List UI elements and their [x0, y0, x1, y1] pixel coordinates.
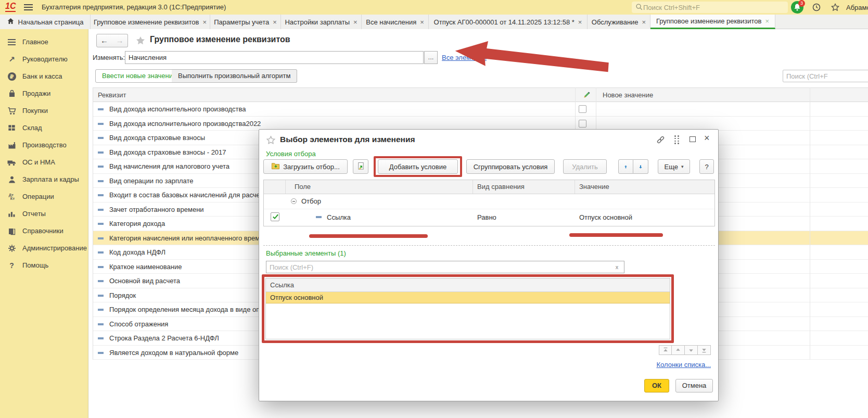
selected-elements-list: Ссылка Отпуск основной — [265, 278, 670, 339]
chevron-down-icon: ▾ — [681, 164, 684, 169]
dialog-favorite-star-icon[interactable] — [266, 135, 276, 145]
conditions-table: Поле Вид сравнения Значение Отбор Ссылка… — [263, 180, 715, 226]
help-button[interactable]: ? — [699, 159, 714, 174]
attribute-icon — [98, 237, 104, 239]
tab-close-icon[interactable]: × — [642, 18, 646, 26]
tab-label: Групповое изменение реквизитов — [656, 17, 762, 25]
main-menu-icon[interactable] — [24, 4, 33, 10]
sidebar-item-production[interactable]: Производство — [0, 136, 88, 154]
sidebar-item-administration[interactable]: Администрирование — [0, 239, 88, 257]
sidebar-item-manager[interactable]: Руководителю — [0, 50, 88, 68]
move-up-item-button[interactable] — [672, 345, 685, 355]
run-algorithm-button[interactable]: Выполнить произвольный алгоритм — [172, 69, 297, 83]
move-top-button[interactable] — [659, 345, 672, 355]
attribute-icon — [98, 108, 104, 110]
column-field[interactable]: Поле — [286, 180, 473, 194]
tab-close-icon[interactable]: × — [420, 18, 424, 26]
tab-vacation-doc[interactable]: Отпуск АГ00-000001 от 14.11.2025 13:12:5… — [429, 15, 588, 29]
tab-label: Групповое изменение реквизитов — [94, 18, 199, 26]
sidebar-item-operations[interactable]: Операции — [0, 188, 88, 205]
forward-button[interactable]: → — [112, 34, 128, 47]
cancel-button[interactable]: Отмена — [675, 379, 713, 392]
tab-close-icon[interactable]: × — [203, 18, 207, 26]
clear-search-button[interactable]: x — [610, 261, 624, 273]
tab-all-accruals[interactable]: Все начисления× — [362, 15, 429, 29]
tab-maintenance[interactable]: Обслуживание× — [588, 15, 650, 29]
selected-elements-label: Выбранные элементы (1) — [266, 249, 346, 257]
attribute-icon — [98, 223, 104, 225]
table-row[interactable]: Вид дохода исполнительного производства2… — [93, 117, 868, 131]
change-label: Изменять: — [93, 54, 125, 61]
history-clock-icon[interactable] — [812, 3, 821, 12]
sidebar-item-purchases[interactable]: Покупки — [0, 102, 88, 119]
tab-close-icon[interactable]: × — [578, 18, 582, 26]
more-button[interactable]: Еще▾ — [658, 159, 690, 174]
favorite-star-icon[interactable] — [135, 35, 146, 46]
conditions-section-label: Условия отбора — [266, 150, 316, 158]
tab-close-icon[interactable]: × — [765, 17, 770, 25]
column-comparison[interactable]: Вид сравнения — [473, 180, 575, 194]
user-name[interactable]: Абрамов — [846, 4, 868, 11]
sidebar-item-main[interactable]: Главное — [0, 33, 88, 50]
tab-group-change-2[interactable]: Групповое изменение реквизитов× — [650, 15, 775, 29]
enter-new-values-button[interactable]: Ввести новые значения — [95, 69, 183, 83]
list-item-selected[interactable]: Отпуск основной — [266, 292, 670, 303]
table-row[interactable]: Вид дохода исполнительного производства — [93, 102, 868, 117]
change-object-picker-button[interactable]: ... — [424, 51, 438, 64]
grid-icon — [7, 123, 17, 133]
filter-condition-row[interactable]: Ссылка Равно Отпуск основной — [264, 209, 714, 225]
more-dots-icon[interactable] — [674, 135, 680, 144]
attributes-search-input[interactable] — [783, 70, 868, 82]
delete-condition-button[interactable]: Удалить — [563, 159, 607, 174]
row-checkbox[interactable] — [579, 120, 586, 128]
move-up-button[interactable] — [618, 159, 633, 174]
tab-accounting-params[interactable]: Параметры учета× — [210, 15, 281, 29]
column-attribute[interactable]: Реквизит — [98, 91, 126, 99]
sidebar-item-salary-hr[interactable]: Зарплата и кадры — [0, 171, 88, 188]
global-search-input[interactable] — [643, 4, 773, 11]
change-object-input[interactable] — [125, 51, 424, 64]
group-conditions-button[interactable]: Сгруппировать условия — [466, 159, 555, 174]
add-condition-button[interactable]: Добавить условие — [378, 159, 458, 174]
close-icon[interactable]: × — [704, 133, 710, 144]
cart-icon — [7, 106, 17, 116]
sidebar-item-warehouse[interactable]: Склад — [0, 119, 88, 136]
filter-group-row[interactable]: Отбор — [264, 194, 714, 209]
global-search[interactable] — [632, 2, 788, 13]
move-bottom-button[interactable] — [698, 345, 711, 355]
sidebar-item-os-nma[interactable]: ОС и НМА — [0, 154, 88, 171]
move-down-button[interactable] — [633, 159, 648, 174]
tab-bar: Начальная страница Групповое изменение р… — [0, 15, 868, 29]
link-icon[interactable] — [656, 135, 666, 145]
collapse-icon[interactable] — [291, 198, 297, 204]
attribute-icon — [98, 123, 104, 125]
favorites-star-icon[interactable] — [831, 3, 840, 12]
sidebar-item-directories[interactable]: Справочники — [0, 222, 88, 239]
list-columns-link[interactable]: Колонки списка... — [656, 361, 711, 369]
sidebar-item-bank-cash[interactable]: Банк и касса — [0, 68, 88, 85]
maximize-icon[interactable] — [690, 136, 696, 142]
tab-close-icon[interactable]: × — [273, 18, 277, 26]
column-new-value[interactable]: Новое значение — [603, 91, 653, 99]
load-filter-button[interactable]: Загрузить отбор... — [263, 159, 348, 174]
bar-chart-icon — [7, 209, 17, 219]
pencil-icon — [582, 91, 591, 100]
tab-home[interactable]: Начальная страница — [0, 15, 91, 29]
save-filter-button[interactable] — [353, 159, 368, 174]
back-button[interactable]: ← — [96, 34, 112, 47]
all-elements-link[interactable]: Все элементы — [442, 54, 487, 61]
move-down-item-button[interactable] — [685, 345, 698, 355]
tab-close-icon[interactable]: × — [353, 18, 358, 26]
sidebar-item-sales[interactable]: Продажи — [0, 85, 88, 102]
tab-salary-settings[interactable]: Настройки зарплаты× — [281, 15, 362, 29]
tab-group-change-1[interactable]: Групповое изменение реквизитов× — [91, 15, 210, 29]
row-checkbox[interactable] — [579, 105, 586, 113]
sidebar-item-help[interactable]: Помощь — [0, 257, 88, 274]
condition-checkbox[interactable] — [271, 212, 279, 221]
sidebar-item-reports[interactable]: Отчеты — [0, 205, 88, 222]
ok-button[interactable]: ОК — [644, 379, 669, 392]
dialog-search-input[interactable] — [266, 261, 610, 273]
list-column-header[interactable]: Ссылка — [266, 278, 670, 292]
column-value[interactable]: Значение — [575, 180, 714, 194]
page-title: Групповое изменение реквизитов — [150, 35, 290, 44]
